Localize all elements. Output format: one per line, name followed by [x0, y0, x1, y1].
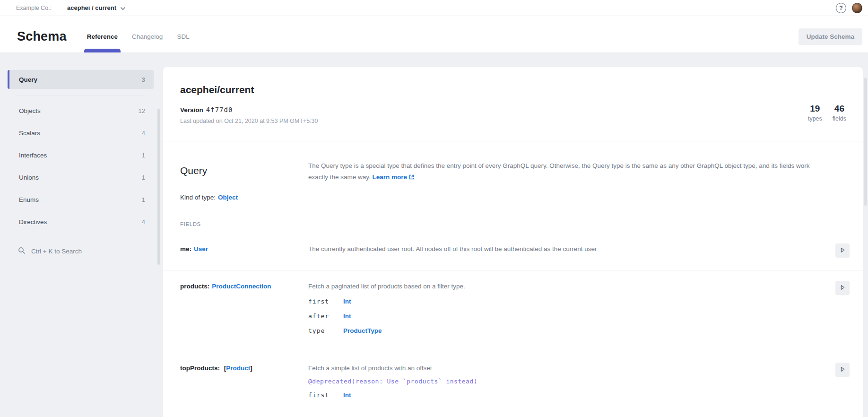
arg-name: after	[308, 313, 337, 320]
arg-type-link[interactable]: Int	[343, 298, 351, 305]
field-description: Fetch a simple list of products with an …	[308, 365, 821, 372]
learn-more-link[interactable]: Learn more	[373, 174, 415, 181]
play-icon	[839, 366, 846, 374]
graph-selector-dropdown[interactable]: acephei / current	[67, 4, 125, 12]
arg-row: type ProductType	[308, 327, 821, 334]
field-type-link[interactable]: Product	[226, 365, 250, 372]
play-icon	[839, 284, 846, 292]
type-name: Query	[180, 160, 308, 183]
stat-types-label: types	[808, 115, 822, 122]
field-description: Fetch a paginated list of products based…	[308, 283, 821, 290]
arg-name: first	[308, 391, 337, 399]
help-icon[interactable]: ?	[836, 3, 846, 13]
top-bar: Example Co.: acephei / current ?	[0, 0, 868, 16]
field-row-products: products:ProductConnection Fetch a pagin…	[163, 270, 863, 352]
sidebar-item-count: 1	[142, 174, 145, 181]
graph-selector-label: acephei / current	[67, 4, 116, 11]
app-root: Example Co.: acephei / current ? Schema …	[0, 0, 868, 417]
chevron-down-icon	[121, 4, 125, 12]
arg-row: after Int	[308, 313, 821, 320]
sidebar-item-query[interactable]: Query 3	[8, 70, 154, 89]
run-in-explorer-button[interactable]	[835, 363, 850, 377]
sidebar-divider	[17, 96, 144, 96]
sidebar-item-label: Enums	[19, 196, 39, 203]
sidebar-item-directives[interactable]: Directives 4	[8, 211, 154, 233]
deprecated-annotation: @deprecated(reason: Use `products` inste…	[308, 378, 821, 385]
field-name: products:	[180, 283, 209, 290]
arg-type-link[interactable]: Int	[343, 313, 351, 320]
user-avatar[interactable]	[852, 3, 862, 13]
search-hint-label: Ctrl + K to Search	[31, 248, 82, 255]
play-icon	[839, 247, 846, 255]
sidebar-item-label: Objects	[19, 107, 41, 114]
field-row-me: me:User The currently authenticated user…	[163, 233, 863, 270]
version-label: Version	[180, 106, 203, 113]
type-header: Query The Query type is a special type t…	[180, 160, 821, 183]
type-bracket-close: ]	[250, 365, 252, 372]
field-type-link[interactable]: User	[194, 245, 208, 252]
topbar-right: ?	[836, 3, 862, 13]
version-value: 4f77d0	[206, 106, 233, 113]
last-updated: Last updated on Oct 21, 2020 at 9:53 PM …	[180, 118, 318, 124]
update-schema-button[interactable]: Update Schema	[799, 28, 862, 45]
schema-sidebar: Query 3 Objects 12 Scalars 4 Interfaces …	[8, 46, 154, 256]
sidebar-item-interfaces[interactable]: Interfaces 1	[8, 144, 154, 166]
field-description: The currently authenticated user root. A…	[308, 245, 821, 253]
run-in-explorer-button[interactable]	[835, 243, 850, 258]
sidebar-item-count: 4	[142, 130, 145, 137]
field-row-topproducts: topProducts: [Product] Fetch a simple li…	[163, 352, 863, 417]
kind-object-link[interactable]: Object	[218, 194, 238, 201]
learn-more-label: Learn more	[373, 174, 408, 181]
org-label: Example Co.:	[16, 5, 52, 11]
stat-fields: 46 fields	[833, 103, 846, 122]
run-in-explorer-button[interactable]	[835, 281, 850, 295]
search-icon	[18, 247, 26, 256]
arg-row: first Int	[308, 298, 821, 305]
fields-list: me:User The currently authenticated user…	[163, 233, 863, 417]
section-divider	[163, 141, 863, 141]
version-line: Version4f77d0	[180, 106, 233, 113]
type-description: The Query type is a special type that de…	[308, 160, 821, 183]
sidebar-item-label: Unions	[19, 174, 39, 181]
sidebar-item-label: Interfaces	[19, 152, 47, 159]
stat-fields-label: fields	[833, 115, 846, 122]
sidebar-item-count: 4	[142, 218, 145, 226]
schema-search-trigger[interactable]: Ctrl + K to Search	[8, 239, 154, 256]
schema-stats: 19 types 46 fields	[808, 103, 846, 122]
fields-heading: FIELDS	[180, 221, 201, 227]
page-scrollbar[interactable]	[864, 78, 867, 206]
tab-sdl[interactable]: SDL	[170, 21, 196, 52]
sidebar-item-count: 3	[142, 76, 145, 83]
sidebar-item-enums[interactable]: Enums 1	[8, 189, 154, 211]
arg-name: type	[308, 327, 337, 334]
stat-fields-value: 46	[833, 103, 846, 114]
arg-type-link[interactable]: Int	[343, 391, 351, 399]
field-args: first Int after Int type ProductType	[308, 298, 821, 334]
arg-name: first	[308, 298, 337, 305]
sidebar-item-objects[interactable]: Objects 12	[8, 100, 154, 122]
field-signature: me:User	[180, 245, 308, 270]
field-signature: products:ProductConnection	[180, 283, 308, 352]
field-signature: topProducts: [Product]	[180, 365, 308, 417]
sidebar-item-label: Query	[19, 76, 37, 83]
sidebar-item-label: Directives	[19, 218, 47, 226]
sidebar-item-scalars[interactable]: Scalars 4	[8, 122, 154, 144]
arg-type-link[interactable]: ProductType	[343, 327, 382, 334]
sidebar-item-count: 1	[142, 196, 145, 203]
arg-row: first Int	[308, 391, 821, 399]
field-body: Fetch a simple list of products with an …	[308, 365, 821, 417]
stat-types-value: 19	[808, 103, 822, 114]
sidebar-scrollbar[interactable]	[157, 109, 160, 265]
field-body: Fetch a paginated list of products based…	[308, 283, 821, 352]
sidebar-item-count: 12	[139, 107, 145, 114]
kind-of-type-line: Kind of type:Object	[180, 194, 238, 201]
field-args: first Int	[308, 391, 821, 399]
sidebar-item-count: 1	[142, 152, 145, 159]
schema-reference-card: acephei/current Version4f77d0 Last updat…	[163, 67, 863, 417]
sidebar-item-label: Scalars	[19, 130, 40, 137]
field-type-link[interactable]: ProductConnection	[212, 283, 271, 290]
sidebar-item-unions[interactable]: Unions 1	[8, 166, 154, 189]
stat-types: 19 types	[808, 103, 822, 122]
field-name: me:	[180, 245, 191, 252]
page-title: Schema	[17, 29, 67, 44]
